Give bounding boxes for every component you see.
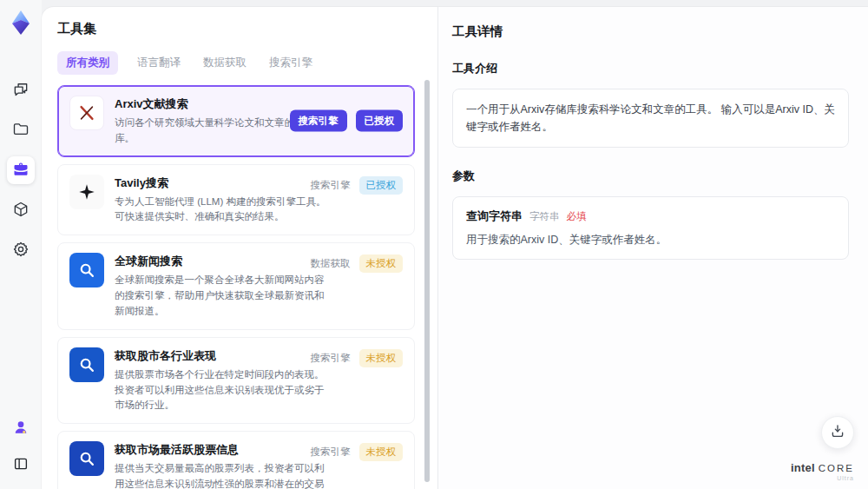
rail-item-panel-toggle[interactable]: [7, 451, 35, 479]
avatar-icon: [12, 419, 30, 439]
cube-icon: [12, 201, 30, 221]
intro-heading: 工具介绍: [452, 61, 849, 76]
tool-list-panel: 工具集 所有类别语言翻译数据获取搜索引擎 Arxiv文献搜索访问各个研究领域大量…: [42, 7, 438, 489]
param-required-badge: 必填: [567, 210, 587, 223]
tool-card[interactable]: Tavily搜索专为人工智能代理 (LLM) 构建的搜索引擎工具。可快速提供实时…: [57, 164, 415, 236]
rail-item-cube[interactable]: [7, 196, 35, 224]
category-label: 搜索引擎: [311, 446, 351, 459]
detail-title: 工具详情: [452, 23, 849, 40]
tool-description: 提供当天交易量最高的股票列表，投资者可以利用这些信息来识别流动性强的股票和潜在的…: [115, 461, 332, 489]
intro-box: 一个用于从Arxiv存储库搜索科学论文和文章的工具。 输入可以是Arxiv ID…: [452, 89, 849, 148]
download-icon: [830, 423, 845, 442]
auth-status-badge: 已授权: [359, 176, 404, 195]
tool-description: 专为人工智能代理 (LLM) 构建的搜索引擎工具。可快速提供实时、准确和真实的结…: [115, 195, 332, 226]
rail-item-briefcase[interactable]: [7, 156, 35, 184]
list-scrollbar[interactable]: [424, 80, 430, 482]
tool-badges: 搜索引擎已授权: [311, 176, 404, 195]
rail-bottom: [7, 414, 35, 479]
left-rail: [0, 0, 42, 489]
category-label: 搜索引擎: [311, 352, 351, 365]
gear-icon: [12, 241, 30, 261]
brand-intel-text: intel: [791, 462, 815, 474]
tool-list: Arxiv文献搜索访问各个研究领域大量科学论文和文章的存储库。搜索引擎已授权Ta…: [57, 85, 415, 489]
tool-card[interactable]: Arxiv文献搜索访问各个研究领域大量科学论文和文章的存储库。搜索引擎已授权: [57, 85, 415, 157]
tool-card[interactable]: 获取股市各行业表现提供股票市场各个行业在特定时间段内的表现。投资者可以利用这些信…: [57, 337, 415, 424]
main-window: 工具集 所有类别语言翻译数据获取搜索引擎 Arxiv文献搜索访问各个研究领域大量…: [42, 7, 868, 489]
auth-status-badge: 未授权: [359, 349, 404, 367]
folder-icon: [12, 121, 30, 141]
auth-status-badge: 未授权: [359, 254, 404, 273]
param-header: 查询字符串 字符串 必填: [466, 208, 835, 224]
tool-description: 提供股票市场各个行业在特定时间段内的表现。投资者可以利用这些信息来识别表现优于或…: [115, 367, 332, 413]
category-tab[interactable]: 数据获取: [200, 51, 250, 75]
active-stocks-icon: [69, 441, 104, 476]
briefcase-icon: [12, 161, 30, 181]
tool-detail-panel: 工具详情 工具介绍 一个用于从Arxiv存储库搜索科学论文和文章的工具。 输入可…: [438, 7, 868, 489]
rail-nav: [7, 76, 35, 264]
app-logo-icon[interactable]: [8, 9, 34, 36]
chat-icon: [12, 81, 30, 101]
page-title: 工具集: [57, 21, 415, 37]
rail-item-folder[interactable]: [7, 116, 35, 144]
arxiv-logo-icon: [69, 96, 104, 130]
tool-card[interactable]: 全球新闻搜索全球新闻搜索是一个聚合全球各大新闻网站内容的搜索引擎，帮助用户快速获…: [57, 242, 415, 329]
category-tab[interactable]: 语言翻译: [134, 51, 184, 75]
brand-tier-text: Ultra: [791, 475, 854, 482]
tavily-logo-icon: [69, 175, 104, 209]
news-search-icon: [69, 253, 104, 287]
category-badge[interactable]: 搜索引擎: [290, 110, 347, 132]
auth-status-badge: 未授权: [359, 443, 404, 461]
tool-badges: 搜索引擎未授权: [311, 349, 404, 367]
intel-core-logo: intel CORE Ultra: [791, 462, 854, 482]
intro-text: 一个用于从Arxiv存储库搜索科学论文和文章的工具。 输入可以是Arxiv ID…: [466, 103, 835, 133]
rail-item-chat[interactable]: [7, 76, 35, 104]
download-button[interactable]: [821, 416, 854, 449]
panel-toggle-icon: [13, 456, 29, 474]
param-box: 查询字符串 字符串 必填 用于搜索的Arxiv ID、关键字或作者姓名。: [452, 196, 849, 260]
tool-badges: 搜索引擎已授权: [290, 110, 404, 132]
tool-badges: 搜索引擎未授权: [311, 443, 404, 461]
sector-search-icon: [69, 347, 104, 382]
auth-status-badge[interactable]: 已授权: [356, 110, 404, 132]
category-tab[interactable]: 搜索引擎: [266, 51, 316, 75]
tool-badges: 数据获取未授权: [311, 254, 404, 273]
param-name: 查询字符串: [466, 208, 523, 224]
category-label: 搜索引擎: [311, 179, 351, 192]
category-label: 数据获取: [311, 257, 351, 270]
params-heading: 参数: [452, 169, 849, 184]
tool-card[interactable]: 获取市场最活跃股票信息提供当天交易量最高的股票列表，投资者可以利用这些信息来识别…: [57, 431, 415, 489]
param-description: 用于搜索的Arxiv ID、关键字或作者姓名。: [466, 233, 835, 248]
brand-core-text: CORE: [819, 463, 854, 474]
rail-item-gear[interactable]: [7, 236, 35, 264]
category-tabs: 所有类别语言翻译数据获取搜索引擎: [57, 51, 415, 75]
param-type: 字符串: [529, 210, 560, 223]
tool-description: 全球新闻搜索是一个聚合全球各大新闻网站内容的搜索引擎，帮助用户快速获取全球最新资…: [115, 273, 332, 319]
rail-item-avatar[interactable]: [7, 414, 35, 442]
category-tab[interactable]: 所有类别: [57, 51, 118, 75]
